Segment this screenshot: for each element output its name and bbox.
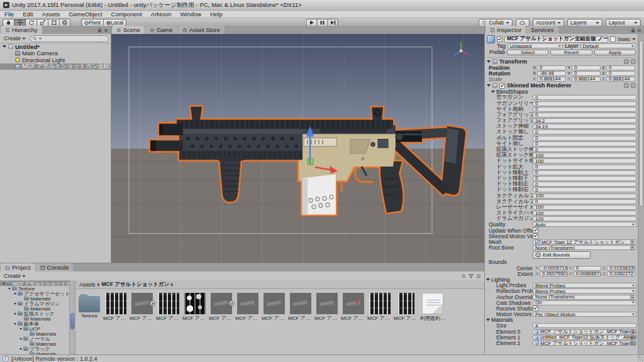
blendshape-value-field[interactable]: 100	[533, 158, 636, 163]
foldout-arrow[interactable]	[3, 45, 6, 48]
asset-item[interactable]: MCF アサ...	[236, 293, 259, 322]
property-checkbox[interactable]	[533, 228, 538, 233]
foldout-arrow[interactable]	[14, 293, 16, 295]
asset-item[interactable]: MCF アサ...	[316, 293, 338, 322]
asset-item[interactable]: MCF アサ...	[342, 293, 365, 322]
position-x-field[interactable]: 0	[537, 65, 566, 70]
material-object-field[interactable]: untitled_MCF Tiger12 拡張ストック_Albedo1	[533, 335, 636, 340]
breadcrumb-root[interactable]: Assets	[79, 282, 96, 288]
blendshape-value-field[interactable]: 34.2	[533, 118, 636, 123]
asset-item[interactable]: MCF アサ...	[157, 293, 180, 322]
property-dropdown[interactable]: Per Object Motion	[533, 312, 636, 317]
static-dropdown-icon[interactable]	[632, 38, 636, 40]
foldout-arrow[interactable]	[19, 348, 22, 350]
tab-scene[interactable]: Scene	[112, 26, 145, 34]
blendshape-value-field[interactable]: 34.19	[533, 124, 636, 129]
tab-game[interactable]: Game	[145, 26, 177, 34]
statusbar[interactable]: i [Arktoon] Remote version : 1.0.2.4	[0, 354, 644, 362]
property-object-field[interactable]: MCF Tiger 12 アサルトショットガン	[533, 239, 636, 244]
favorites-filter-icon[interactable]	[476, 273, 481, 278]
lock-icon[interactable]	[97, 28, 102, 33]
asset-item[interactable]: MCF アサ...	[263, 293, 286, 322]
menu-item-edit[interactable]: Edit	[18, 11, 37, 18]
rotation-x-field[interactable]: -89.98	[537, 71, 566, 76]
blendshape-value-field[interactable]: 0	[533, 165, 636, 170]
static-checkbox[interactable]	[610, 36, 616, 42]
tab-asset-store[interactable]: Asset Store	[178, 26, 225, 34]
scale-z-field[interactable]: 0.868144	[606, 77, 635, 82]
project-tree-scrollbar[interactable]	[69, 280, 75, 354]
gameobject-name-field[interactable]: MCF アサルトショットガン全結合版 ノーマル	[504, 36, 608, 43]
prefab-apply-button[interactable]: Apply	[594, 50, 636, 55]
tab-hierarchy[interactable]: Hierarchy	[1, 26, 42, 34]
property-checkbox[interactable]	[533, 233, 538, 239]
gear-icon[interactable]	[631, 83, 636, 88]
menu-item-file[interactable]: File	[0, 11, 18, 18]
blendshape-value-field[interactable]: 100	[533, 211, 636, 216]
scale-y-field[interactable]: 0.868144	[572, 77, 601, 82]
inspector-scrollbar-thumb[interactable]	[639, 40, 643, 207]
expand-badge-icon[interactable]	[229, 300, 235, 306]
project-tree-item[interactable]: Materials	[0, 306, 69, 311]
rotation-y-field[interactable]: 0	[572, 71, 601, 76]
foldout-arrow[interactable]	[3, 283, 5, 285]
renderer-enabled-checkbox[interactable]	[499, 83, 505, 89]
gear-icon[interactable]	[631, 59, 636, 64]
property-dropdown[interactable]: On	[533, 300, 636, 305]
project-tree-item[interactable]: Materials	[0, 316, 69, 321]
project-tree-item[interactable]: Materials	[0, 296, 69, 301]
prefab-revert-button[interactable]: Revert	[550, 50, 592, 55]
transform-header[interactable]: Transform	[485, 58, 638, 65]
blendshape-value-field[interactable]: 0	[533, 95, 636, 100]
blendshape-value-field[interactable]: 0	[533, 112, 636, 118]
blendshape-value-field[interactable]: 100	[533, 194, 636, 199]
layer-dropdown[interactable]: Default	[580, 43, 636, 48]
menu-item-assets[interactable]: Assets	[38, 11, 65, 18]
hierarchy-create-button[interactable]: Create	[2, 35, 28, 41]
tab-inspector[interactable]: Inspector	[486, 26, 526, 34]
scale-x-field[interactable]: 0.868144	[537, 77, 566, 82]
material-object-field[interactable]: MCF アサルトショットガン_MCF Tiger 12_Al	[533, 329, 636, 334]
project-create-button[interactable]: Create	[2, 273, 28, 279]
help-icon[interactable]	[624, 83, 629, 88]
project-tree-item[interactable]: ブラック	[0, 346, 69, 351]
asset-item[interactable]: MCF アサ...	[131, 293, 153, 322]
asset-item[interactable]: MCF アサ...	[104, 293, 127, 322]
blendshape-value-field[interactable]: 0	[533, 187, 636, 192]
bounds-center-z-field[interactable]: 0.01538339	[607, 266, 635, 271]
asset-item[interactable]: 利用規約など	[421, 293, 444, 322]
foldout-arrow[interactable]	[14, 303, 16, 305]
project-tree-item[interactable]: MCF アサルトショットガン	[0, 281, 69, 286]
materials-size-field[interactable]: 4	[533, 323, 636, 328]
project-tree-item[interactable]: 拡張ストック	[0, 311, 69, 316]
panel-menu-icon[interactable]	[104, 28, 108, 33]
blendshape-value-field[interactable]: 100	[533, 153, 636, 158]
tag-dropdown[interactable]: Untagged	[508, 43, 564, 48]
bounds-center-x-field[interactable]: -0.00057197	[540, 266, 568, 271]
property-dropdown[interactable]: Blend Probes	[533, 288, 636, 293]
blendshape-value-field[interactable]: 0	[533, 199, 636, 204]
prefab-select-button[interactable]: Select	[507, 50, 548, 55]
foldout-arrow[interactable]	[14, 323, 16, 325]
skinned-mesh-renderer-header[interactable]: Skinned Mesh Renderer	[485, 82, 638, 89]
hierarchy-search-input[interactable]	[30, 35, 109, 42]
hierarchy-scene-row[interactable]: Untitled*	[0, 43, 111, 50]
asset-item[interactable]: MCF アサ...	[369, 293, 391, 322]
menu-item-window[interactable]: Window	[175, 11, 206, 18]
resize-grip[interactable]	[638, 356, 643, 361]
search-icon[interactable]	[462, 274, 466, 278]
asset-item[interactable]: Texture	[78, 293, 101, 319]
menu-item-component[interactable]: Component	[107, 11, 147, 18]
lock-icon[interactable]	[631, 28, 635, 33]
project-tree-item[interactable]: 銃本体	[0, 321, 69, 326]
property-object-field[interactable]: None (Transform)	[533, 245, 636, 250]
project-tree-item[interactable]: ノーマル	[0, 336, 69, 341]
project-tree-item[interactable]: アクセサリーセット 1	[0, 291, 69, 296]
blendshape-value-field[interactable]: 0	[533, 147, 636, 152]
foldout-arrow[interactable]	[8, 288, 11, 290]
foldout-arrow[interactable]	[19, 328, 22, 330]
label-filter-icon[interactable]	[469, 273, 474, 278]
asset-item[interactable]: MCF アサ...	[395, 293, 418, 322]
project-tree-item[interactable]: UCP	[0, 326, 69, 331]
bounds-extent-y-field[interactable]: 0.008665726	[574, 272, 602, 277]
